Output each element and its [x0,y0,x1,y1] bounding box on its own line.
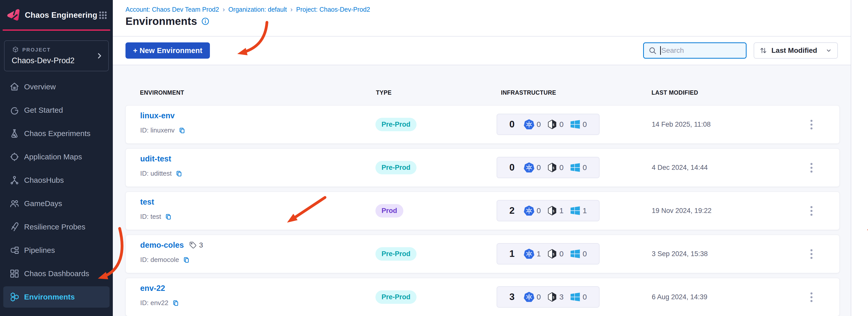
sidebar-item[interactable]: Resilience Probes [3,215,110,238]
copy-icon[interactable] [183,256,190,264]
kubernetes-count: 1 [537,250,541,258]
project-name: Chaos-Dev-Prod2 [12,56,93,65]
environment-link[interactable]: demo-coles [140,240,184,250]
kubernetes-icon [523,291,535,303]
copy-icon[interactable] [172,299,180,307]
column-infrastructure: INFRASTRUCTURE [501,89,556,96]
kubernetes-icon [523,205,535,217]
table-rows: linux-env ID: linuxenv Pre-Prod 0 [125,105,840,316]
linux-vm-icon: $ [547,292,557,302]
sidebar-item[interactable]: Get Started [3,98,110,122]
apps-grid-icon[interactable] [97,10,108,21]
sort-arrows-icon [759,46,768,55]
sidebar-item-icon [9,315,20,316]
sidebar-item-icon [9,128,20,139]
breadcrumb-organization[interactable]: Organization: default [228,6,287,13]
chaos-engineering-logo-icon [6,8,21,23]
infrastructure-total: 0 [509,162,515,173]
table-header: ENVIRONMENT TYPE INFRASTRUCTURE LAST MOD… [125,89,840,97]
sidebar-item[interactable]: Chaos Experiments [3,122,110,145]
sidebar-item[interactable]: ChaosGuard [3,309,110,316]
sidebar-item[interactable]: Environments [3,285,110,309]
column-environment: ENVIRONMENT [140,89,184,96]
linux-count: 0 [559,163,563,172]
last-modified: 14 Feb 2025, 11:08 [652,120,711,128]
breadcrumb-project[interactable]: Project: Chaos-Dev-Prod2 [296,6,370,13]
environment-id: ID: linuxenv [140,126,175,134]
linux-count: 1 [559,206,563,215]
sidebar-item[interactable]: ChaosHubs [3,169,110,192]
tag-icon [188,241,197,250]
sidebar-item[interactable]: Overview [3,75,110,98]
environment-type-badge: Prod [375,204,403,218]
environment-row: test ID: test Prod 2 [125,192,840,230]
kubernetes-count: 0 [537,163,541,172]
sidebar-item[interactable]: Pipelines [3,238,110,262]
windows-icon [569,291,581,303]
kubernetes-count: 0 [537,293,541,301]
infrastructure-total: 3 [509,292,515,302]
linux-count: 0 [559,120,563,129]
windows-icon [569,162,581,173]
column-type: TYPE [376,89,392,96]
environment-link[interactable]: udit-test [140,154,171,164]
windows-count: 1 [583,206,587,215]
infrastructure-total: 1 [509,249,515,259]
windows-icon [569,248,581,259]
environment-link[interactable]: env-22 [140,284,165,293]
project-label: PROJECT [22,47,51,53]
linux-vm-icon: $ [547,162,557,173]
environments-table: ENVIRONMENT TYPE INFRASTRUCTURE LAST MOD… [113,65,851,316]
search-input[interactable]: Search [643,42,747,59]
tags-indicator: 3 [188,241,203,250]
environment-row: env-22 ID: env22 Pre-Prod 3 [125,278,840,316]
breadcrumb-separator-icon: › [290,6,293,13]
new-environment-button[interactable]: + New Environment [125,42,210,59]
tag-count: 3 [199,241,203,249]
last-modified: 3 Sep 2024, 15:38 [652,250,708,258]
project-selector[interactable]: PROJECT Chaos-Dev-Prod2 [4,40,109,71]
sidebar-item-icon [9,175,20,186]
infrastructure-total: 2 [509,205,515,216]
environment-row: udit-test ID: udittest Pre-Prod 0 [125,148,840,187]
environment-link[interactable]: linux-env [140,111,175,120]
breadcrumb-account[interactable]: Account: Chaos Dev Team Prod2 [125,6,219,13]
linux-vm-icon: $ [547,249,557,259]
sidebar-item-icon [9,291,20,303]
svg-text:$: $ [553,296,554,299]
kebab-menu-icon[interactable] [806,118,816,131]
infrastructure-summary: 0 0 $ 0 [497,157,599,178]
infrastructure-summary: 2 0 $ 1 [497,200,599,221]
kubernetes-icon [523,162,535,173]
environment-id: ID: env22 [140,299,168,307]
text-cursor [660,46,661,55]
copy-icon[interactable] [164,213,172,221]
copy-icon[interactable] [178,127,186,134]
sidebar-item[interactable]: Application Maps [3,145,110,169]
infrastructure-total: 0 [509,119,515,130]
last-modified: 4 Dec 2024, 14:44 [652,164,708,172]
breadcrumb-separator-icon: › [223,6,225,13]
windows-count: 0 [583,293,587,301]
info-icon[interactable] [201,17,210,26]
kebab-menu-icon[interactable] [806,161,816,174]
sidebar-item-label: Get Started [24,106,63,114]
linux-vm-icon: $ [547,205,557,216]
sidebar-item-icon [9,151,20,163]
environment-link[interactable]: test [140,198,154,207]
svg-text:$: $ [553,166,554,170]
sidebar-item[interactable]: GameDays [3,192,110,215]
sidebar-item[interactable]: Chaos Dashboards [3,262,110,285]
copy-icon[interactable] [175,170,183,177]
kebab-menu-icon[interactable] [806,248,816,261]
environment-row: linux-env ID: linuxenv Pre-Prod 0 [125,105,840,144]
sidebar-item-icon [9,81,20,92]
brand: Chaos Engineering [0,0,113,23]
last-modified: 6 Aug 2024, 14:39 [652,293,707,301]
last-modified: 19 Nov 2024, 19:22 [652,207,712,215]
search-placeholder: Search [661,47,684,55]
kebab-menu-icon[interactable] [806,291,816,304]
infrastructure-summary: 3 0 $ 3 [497,286,599,308]
sort-dropdown[interactable]: Last Modified [754,42,838,59]
kebab-menu-icon[interactable] [806,204,816,218]
